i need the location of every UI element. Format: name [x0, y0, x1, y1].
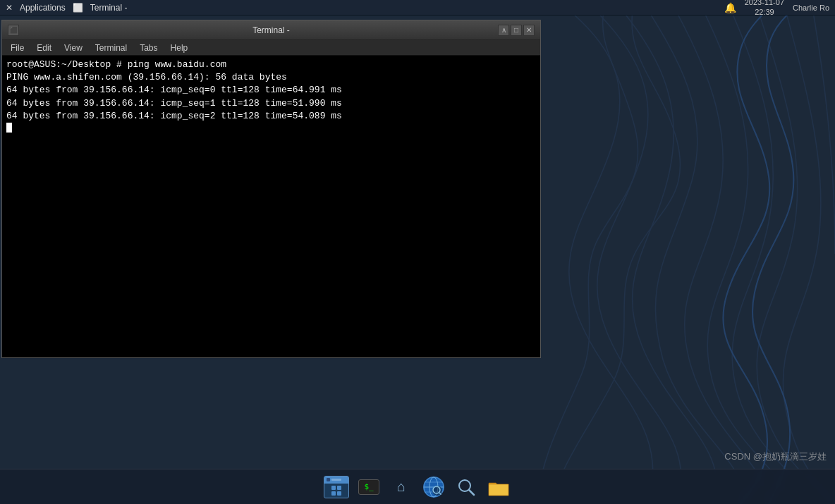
time-display: 22:39	[745, 8, 784, 17]
topbar-right: 🔔 2023-11-07 22:39 Charlie Ro	[724, 0, 829, 17]
terminal-menubar: File Edit View Terminal Tabs Help	[2, 40, 540, 56]
search-icon	[456, 477, 476, 497]
svg-line-10	[469, 490, 474, 495]
terminal-titlebar: ⬛ Terminal - ∧ □ ✕	[2, 20, 540, 40]
taskbar-home-icon[interactable]: ⌂	[386, 472, 416, 502]
terminal-close-btn[interactable]: ✕	[523, 25, 535, 36]
user-display[interactable]: Charlie Ro	[793, 4, 829, 12]
terminal-window-buttons: ∧ □ ✕	[498, 25, 535, 36]
taskbar-search-icon[interactable]	[451, 472, 481, 502]
terminal-line-0: root@ASUS:~/Desktop # ping www.baidu.com	[6, 59, 536, 71]
desktop: ✕ Applications ⬜ Terminal - 🔔 2023-11-07…	[0, 0, 835, 504]
taskbar: $_ ⌂	[0, 469, 835, 504]
terminal-title: Terminal -	[252, 25, 290, 35]
menu-tabs[interactable]: Tabs	[134, 40, 163, 56]
terminal-window: ⬛ Terminal - ∧ □ ✕ File Edit View Termin…	[1, 20, 541, 358]
datetime-display: 2023-11-07 22:39	[745, 0, 784, 17]
terminal-line-1: PING www.a.shifen.com (39.156.66.14): 56…	[6, 71, 536, 84]
date-display: 2023-11-07	[745, 0, 784, 8]
terminal-icon-btn[interactable]: ⬛	[8, 25, 19, 36]
terminal-content[interactable]: root@ASUS:~/Desktop # ping www.baidu.com…	[2, 56, 540, 357]
globe-icon	[423, 477, 444, 498]
menu-file[interactable]: File	[5, 40, 30, 56]
terminal-line-3: 64 bytes from 39.156.66.14: icmp_seq=1 t…	[6, 97, 536, 110]
menu-terminal[interactable]: Terminal	[90, 40, 133, 56]
terminal-cursor	[6, 123, 12, 133]
folder-icon	[487, 477, 510, 497]
topbar-separator: ⬜	[73, 3, 83, 13]
menu-help[interactable]: Help	[165, 40, 194, 56]
terminal-small-icon: $_	[358, 479, 379, 495]
notification-bell-icon[interactable]: 🔔	[724, 2, 736, 13]
terminal-controls: ⬛	[8, 25, 19, 36]
taskbar-filemanager-icon[interactable]	[322, 472, 351, 502]
topbar-left: ✕ Applications ⬜ Terminal -	[6, 3, 127, 13]
apps-label[interactable]: Applications	[20, 3, 66, 13]
menu-edit[interactable]: Edit	[31, 40, 57, 56]
home-icon: ⌂	[397, 479, 406, 495]
terminal-label: Terminal -	[90, 3, 128, 13]
taskbar-folder-icon[interactable]	[484, 472, 513, 502]
topbar: ✕ Applications ⬜ Terminal - 🔔 2023-11-07…	[0, 0, 835, 16]
taskbar-browser-icon[interactable]	[419, 472, 449, 502]
watermark: CSDN @抱奶瓶滴三岁娃	[724, 450, 827, 463]
terminal-minimize-btn[interactable]: ∧	[498, 25, 509, 36]
terminal-line-2: 64 bytes from 39.156.66.14: icmp_seq=0 t…	[6, 84, 536, 97]
terminal-cursor-line	[6, 123, 536, 133]
menu-view[interactable]: View	[59, 40, 88, 56]
terminal-maximize-btn[interactable]: □	[511, 25, 522, 36]
taskbar-terminal-icon[interactable]: $_	[354, 472, 384, 502]
terminal-line-4: 64 bytes from 39.156.66.14: icmp_seq=2 t…	[6, 110, 536, 123]
apps-icon: ✕	[6, 3, 13, 13]
